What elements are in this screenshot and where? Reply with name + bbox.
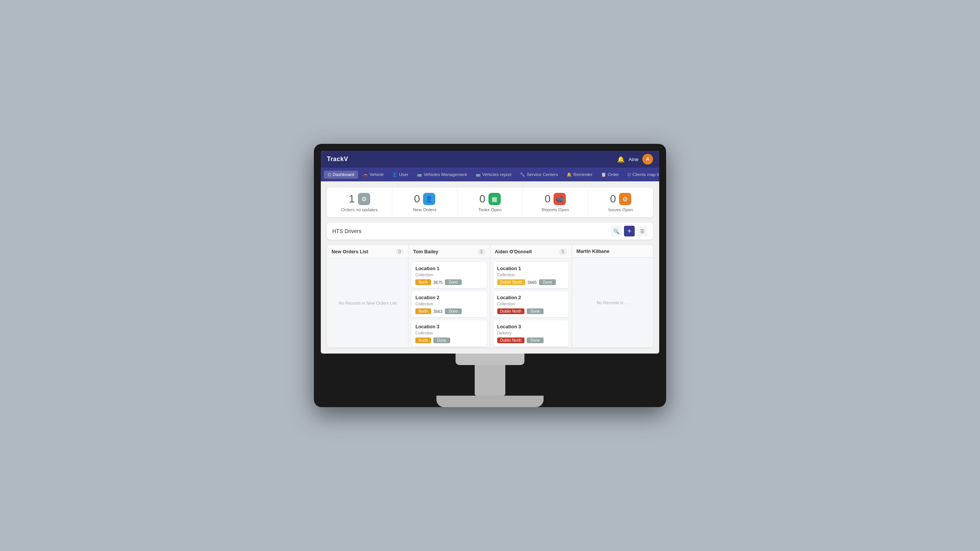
column-count-tom-bailey: 3: [477, 249, 485, 255]
nav-item-vehicle[interactable]: 🚗 Vehicle: [359, 171, 387, 179]
kanban-column-new-orders: New Orders List 0 No Records in New Orde…: [327, 245, 408, 347]
dashboard-icon: ⊡: [328, 172, 331, 177]
column-count-new-orders: 0: [396, 249, 404, 255]
tag-region: North: [415, 337, 431, 343]
summary-card-issues-open: 0 ⚙ Issues Open: [588, 187, 653, 217]
summary-card-reports-open: 0 📹 Reports Open: [523, 187, 588, 217]
order-card[interactable]: Location 3 Collection North Done: [412, 320, 487, 346]
top-bar-right: 🔔 Aine A: [617, 154, 653, 165]
drivers-bar: HTS Drivers 🔍 + ☰: [327, 223, 653, 240]
bell-icon[interactable]: 🔔: [617, 156, 625, 163]
nav-item-dashboard[interactable]: ⊡ Dashboard: [324, 171, 358, 179]
vehicle-icon: 🚗: [363, 172, 368, 177]
issues-open-icon: ⚙: [619, 193, 631, 205]
order-card[interactable]: Location 1 Collection Dublin South 3665 …: [493, 262, 568, 288]
order-card[interactable]: Location 2 Collection Dublin North Done: [493, 291, 568, 317]
monitor: TrackV 🔔 Aine A ⊡ Dashboard 🚗 Vehicle: [314, 144, 666, 407]
monitor-stand-top: [456, 354, 524, 365]
search-button[interactable]: 🔍: [611, 226, 622, 236]
tag-region: Dublin North: [497, 337, 525, 343]
app-chrome: TrackV 🔔 Aine A ⊡ Dashboard 🚗 Vehicle: [321, 151, 659, 354]
drivers-title: HTS Drivers: [332, 228, 361, 234]
top-bar: TrackV 🔔 Aine A: [321, 151, 659, 168]
summary-card-orders-no-updates: 1 ⚙ Orders no updates: [327, 187, 392, 217]
kanban-column-aiden-odonnell: Aiden O'Donnell 5 Location 1 Collection …: [490, 245, 572, 347]
tag-status: Done: [445, 279, 462, 285]
tag-status: Done: [433, 337, 450, 343]
drivers-actions: 🔍 + ☰: [611, 226, 648, 236]
order-card[interactable]: Location 1 Collection North 3675 Done: [412, 262, 487, 288]
clients-map-icon: ⊡: [627, 172, 631, 177]
main-content: 1 ⚙ Orders no updates 0 👤 New Orders: [321, 181, 659, 354]
nav-item-user[interactable]: 👤 User: [388, 171, 412, 179]
kanban-col-body-martin-kilbane: No Records in ...: [572, 258, 653, 347]
kanban-column-tom-bailey: Tom Bailey 3 Location 1 Collection North…: [408, 245, 490, 347]
monitor-stand-neck: [475, 365, 505, 396]
add-button[interactable]: +: [624, 226, 635, 236]
nav-bar: ⊡ Dashboard 🚗 Vehicle 👤 User 🚌 Vehicles …: [321, 168, 659, 181]
menu-button[interactable]: ☰: [637, 226, 648, 236]
nav-item-clients-map[interactable]: ⊡ Clients map link: [624, 171, 659, 179]
summary-card-tasks-open: 0 ▦ Tasks Open: [457, 187, 523, 217]
kanban-col-body-tom-bailey: Location 1 Collection North 3675 Done: [408, 258, 490, 347]
nav-item-vehicles-report[interactable]: 🚌 Vehicles report: [472, 171, 515, 179]
empty-message-new-orders: No Records in New Orders List: [330, 262, 405, 344]
vehicles-report-icon: 🚌: [475, 172, 481, 177]
order-icon: 📋: [601, 172, 606, 177]
tag-status: Done: [539, 279, 556, 285]
tag-status: Done: [527, 308, 544, 314]
app-logo: TrackV: [327, 156, 348, 163]
reminder-icon: 🔔: [567, 172, 572, 177]
order-card[interactable]: Location 3 Delivery Dublin North Done: [493, 320, 568, 346]
orders-no-updates-icon: ⚙: [358, 193, 370, 205]
vehicles-mgmt-icon: 🚌: [417, 172, 422, 177]
tag-status: Done: [445, 308, 462, 314]
tag-number: 3675: [433, 280, 443, 285]
nav-item-vehicles-management[interactable]: 🚌 Vehicles Management: [413, 171, 471, 179]
tasks-open-icon: ▦: [488, 193, 501, 205]
tag-region: Dublin North: [497, 308, 525, 314]
column-title-tom-bailey: Tom Bailey: [413, 249, 438, 254]
empty-message-martin-kilbane: No Records in ...: [575, 261, 650, 344]
order-card[interactable]: Location 2 Collection North 3563 Done: [412, 291, 487, 317]
service-centers-icon: 🔧: [520, 172, 525, 177]
tag-number: 3665: [528, 280, 537, 285]
reports-open-icon: 📹: [554, 193, 566, 205]
column-title-new-orders: New Orders List: [332, 249, 368, 254]
new-orders-icon: 👤: [423, 193, 435, 205]
monitor-screen: TrackV 🔔 Aine A ⊡ Dashboard 🚗 Vehicle: [321, 151, 659, 354]
kanban-col-body-aiden-odonnell: Location 1 Collection Dublin South 3665 …: [490, 258, 572, 347]
nav-item-order[interactable]: 📋 Order: [597, 171, 623, 179]
summary-card-new-orders: 0 👤 New Orders: [392, 187, 458, 217]
column-title-martin-kilbane: Martin Kilbane: [577, 249, 609, 254]
kanban-col-body-new-orders: No Records in New Orders List: [327, 258, 408, 347]
monitor-stand-base: [436, 396, 544, 407]
tag-region: Dublin South: [497, 279, 525, 285]
tag-region: North: [415, 308, 431, 314]
nav-item-service-centers[interactable]: 🔧 Service Centers: [516, 171, 562, 179]
tag-status: Done: [527, 337, 544, 343]
avatar[interactable]: A: [642, 154, 653, 165]
tag-region: North: [415, 279, 431, 285]
kanban-column-martin-kilbane: Martin Kilbane No Records in ...: [572, 245, 653, 347]
nav-item-reminder[interactable]: 🔔 Reminder: [563, 171, 596, 179]
summary-cards: 1 ⚙ Orders no updates 0 👤 New Orders: [327, 187, 653, 217]
kanban-board: New Orders List 0 No Records in New Orde…: [327, 245, 653, 347]
user-icon: 👤: [392, 172, 397, 177]
column-title-aiden-odonnell: Aiden O'Donnell: [495, 249, 532, 254]
username-label: Aine: [629, 156, 639, 162]
tag-number: 3563: [433, 309, 443, 314]
column-count-aiden-odonnell: 5: [559, 249, 567, 255]
